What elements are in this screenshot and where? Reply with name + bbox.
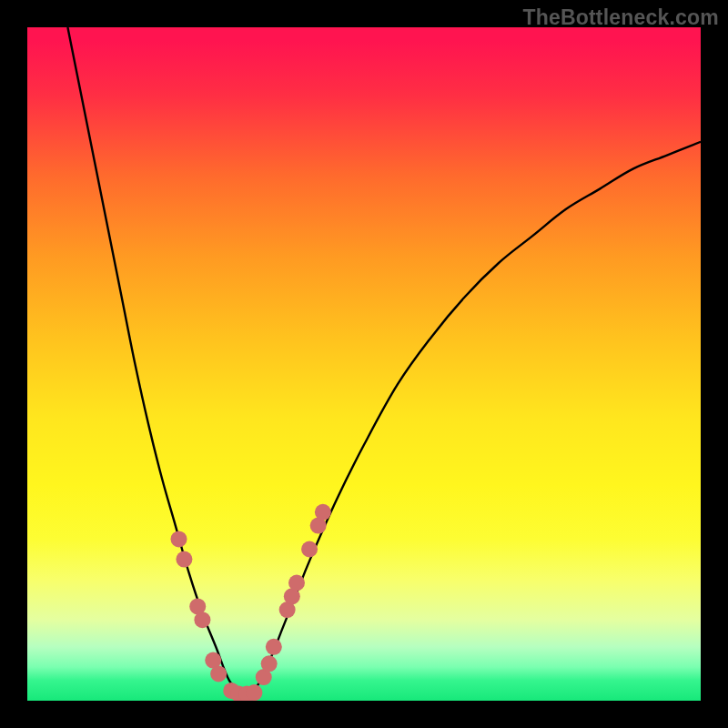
data-marker (171, 531, 187, 547)
plot-area (27, 27, 701, 701)
data-marker (301, 541, 318, 558)
curves-svg (27, 27, 701, 701)
data-marker (288, 575, 305, 592)
data-marker (266, 639, 282, 655)
data-marker (210, 665, 227, 682)
data-marker (315, 504, 331, 521)
data-marker (261, 655, 278, 672)
data-marker (176, 551, 192, 568)
data-marker (246, 684, 262, 701)
data-marker (194, 612, 210, 628)
right-curve (243, 142, 701, 694)
attribution-label: TheBottleneck.com (522, 5, 719, 30)
left-curve (67, 27, 242, 694)
marker-group (171, 504, 331, 701)
chart-frame: TheBottleneck.com (0, 0, 728, 728)
